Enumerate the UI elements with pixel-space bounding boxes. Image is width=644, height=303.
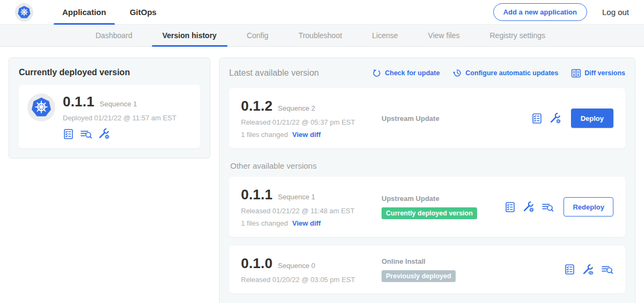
- version-card-0-1-0: 0.1.0 Sequence 0 Released 01/20/22 @ 03:…: [229, 246, 625, 293]
- version-number: 0.1.2: [241, 98, 273, 114]
- edit-config-icon[interactable]: [98, 128, 110, 140]
- version-info: 0.1.1 Sequence 1 Released 01/21/22 @ 11:…: [241, 186, 382, 227]
- top-nav: Application GitOps Add a new application…: [0, 0, 644, 25]
- release-notes-icon[interactable]: [531, 113, 543, 124]
- release-notes-icon[interactable]: [564, 264, 575, 275]
- subnav-tab-troubleshoot[interactable]: Troubleshoot: [283, 25, 357, 46]
- currently-deployed-badge: Currently deployed version: [382, 207, 477, 219]
- released-timestamp: Released 01/20/22 @ 03:05 pm EST: [241, 276, 382, 284]
- subnav-tab-config[interactable]: Config: [232, 25, 283, 46]
- add-application-button[interactable]: Add a new application: [493, 3, 587, 21]
- versions-panel-header: Latest available version Check for updat…: [229, 64, 625, 82]
- edit-config-icon[interactable]: [523, 201, 535, 213]
- subnav-tab-dashboard[interactable]: Dashboard: [80, 25, 148, 46]
- versions-panel-actions: Check for update Configure automatic upd…: [372, 68, 625, 78]
- subnav-tab-version-history[interactable]: Version history: [148, 25, 232, 46]
- release-notes-icon[interactable]: [63, 128, 74, 140]
- released-timestamp: Released 01/21/22 @ 05:37 pm EST: [241, 118, 382, 126]
- version-info: 0.1.0 Sequence 0 Released 01/20/22 @ 03:…: [241, 255, 382, 284]
- deploy-button[interactable]: Deploy: [571, 109, 613, 128]
- deployed-version-card: 0.1.1 Sequence 1 Deployed 01/21/22 @ 11:…: [19, 85, 200, 148]
- sequence-label: Sequence 1: [278, 193, 315, 201]
- source-label: Upstream Update: [382, 114, 526, 122]
- deployed-sequence-label: Sequence 1: [100, 100, 137, 108]
- view-config-icon[interactable]: [582, 264, 594, 276]
- refresh-icon: [372, 68, 382, 78]
- available-versions-panel: Latest available version Check for updat…: [219, 57, 635, 303]
- view-logs-icon[interactable]: [541, 201, 554, 213]
- latest-version-header: Latest available version: [229, 68, 319, 78]
- configure-automatic-updates-link[interactable]: Configure automatic updates: [452, 68, 558, 78]
- sequence-label: Sequence 2: [278, 104, 315, 112]
- clock-arrow-icon: [452, 68, 462, 78]
- diff-versions-link[interactable]: Diff versions: [571, 68, 625, 78]
- diff-icon: [571, 68, 581, 78]
- kubernetes-logo-icon: [31, 97, 52, 118]
- subnav-tab-registry-settings[interactable]: Registry settings: [474, 25, 560, 46]
- view-diff-link[interactable]: View diff: [292, 131, 320, 139]
- deployed-app-logo: [27, 93, 55, 121]
- main-content: Currently deployed version 0.1.1 Sequenc…: [0, 47, 644, 303]
- top-nav-tabs: Application GitOps: [50, 0, 169, 24]
- deployed-timestamp: Deployed 01/21/22 @ 11:57 am EST: [63, 114, 177, 122]
- currently-deployed-panel: Currently deployed version 0.1.1 Sequenc…: [9, 57, 210, 158]
- check-for-update-link[interactable]: Check for update: [372, 68, 440, 78]
- version-actions: [564, 255, 613, 284]
- previously-deployed-badge: Previously deployed: [382, 270, 456, 282]
- source-label: Upstream Update: [382, 194, 499, 203]
- version-source: Upstream Update Currently deployed versi…: [382, 186, 504, 227]
- view-diff-link[interactable]: View diff: [292, 219, 320, 227]
- sequence-label: Sequence 0: [278, 262, 315, 270]
- version-source: Online Install Previously deployed: [382, 255, 564, 284]
- release-notes-icon[interactable]: [504, 201, 516, 213]
- version-info: 0.1.2 Sequence 2 Released 01/21/22 @ 05:…: [241, 98, 382, 139]
- sub-nav: Dashboard Version history Config Trouble…: [0, 25, 644, 47]
- version-number: 0.1.0: [241, 255, 273, 272]
- deployed-version-info: 0.1.1 Sequence 1 Deployed 01/21/22 @ 11:…: [63, 93, 177, 140]
- kubernetes-logo-icon: [17, 5, 31, 19]
- logout-button[interactable]: Log out: [602, 8, 629, 17]
- redeploy-button[interactable]: Redeploy: [564, 197, 613, 217]
- deployed-panel-title: Currently deployed version: [19, 68, 200, 77]
- subnav-tab-view-files[interactable]: View files: [413, 25, 475, 46]
- tab-application-label: Application: [62, 8, 106, 17]
- diff-versions-label: Diff versions: [584, 69, 625, 77]
- view-logs-icon[interactable]: [80, 128, 92, 140]
- tab-gitops[interactable]: GitOps: [118, 0, 169, 24]
- other-versions-header: Other available versions: [230, 161, 624, 170]
- version-actions: Redeploy: [504, 186, 613, 227]
- files-changed-label: 1 files changed: [241, 219, 288, 227]
- deployed-version-number: 0.1.1: [63, 93, 94, 110]
- app-logo: [15, 3, 33, 21]
- version-card-0-1-2: 0.1.2 Sequence 2 Released 01/21/22 @ 05:…: [229, 88, 625, 148]
- edit-config-icon[interactable]: [550, 112, 561, 124]
- tab-application[interactable]: Application: [50, 0, 118, 24]
- version-source: Upstream Update: [382, 98, 531, 139]
- configure-automatic-updates-label: Configure automatic updates: [465, 69, 558, 77]
- check-for-update-label: Check for update: [385, 69, 440, 77]
- view-logs-icon[interactable]: [601, 264, 613, 275]
- released-timestamp: Released 01/21/22 @ 11:48 am EST: [241, 207, 382, 215]
- tab-gitops-label: GitOps: [130, 8, 157, 17]
- source-label: Online Install: [382, 257, 559, 265]
- files-changed-label: 1 files changed: [241, 131, 288, 139]
- version-actions: Deploy: [531, 98, 613, 139]
- version-card-0-1-1: 0.1.1 Sequence 1 Released 01/21/22 @ 11:…: [229, 177, 625, 237]
- version-number: 0.1.1: [241, 186, 273, 203]
- subnav-tab-license[interactable]: License: [357, 25, 413, 46]
